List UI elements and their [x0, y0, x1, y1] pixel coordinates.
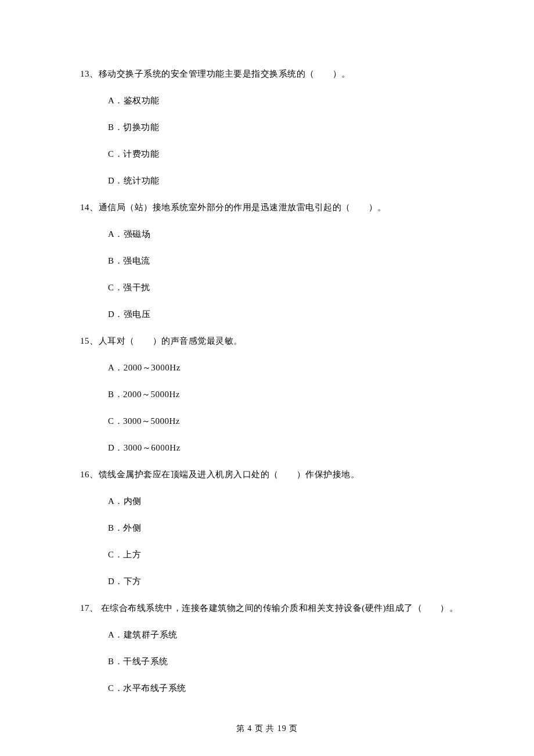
option-b: B．干线子系统	[108, 654, 459, 668]
question-16: 16、馈线金属护套应在顶端及进入机房入口处的（ ）作保护接地。 A．内侧 B．外…	[80, 467, 459, 588]
question-prompt: 16、馈线金属护套应在顶端及进入机房入口处的（ ）作保护接地。	[80, 467, 459, 481]
options-list: A．建筑群子系统 B．干线子系统 C．水平布线子系统	[80, 628, 459, 695]
document-page: 13、移动交换子系统的安全管理功能主要是指交换系统的（ ）。 A．鉴权功能 B．…	[0, 0, 534, 756]
option-a: A．2000～3000Hz	[108, 361, 459, 375]
option-d: D．下方	[108, 574, 459, 588]
question-number: 13	[80, 69, 89, 78]
options-list: A．强磁场 B．强电流 C．强干扰 D．强电压	[80, 227, 459, 321]
question-text: 在综合布线系统中，连接各建筑物之间的传输介质和相关支持设备(硬件)组成了（ ）。	[99, 603, 459, 613]
option-d: D．3000～6000Hz	[108, 441, 459, 455]
question-14: 14、通信局（站）接地系统室外部分的作用是迅速泄放雷电引起的（ ）。 A．强磁场…	[80, 200, 459, 321]
option-b: B．强电流	[108, 254, 459, 268]
question-prompt: 15、人耳对（ ）的声音感觉最灵敏。	[80, 334, 459, 348]
question-text: 移动交换子系统的安全管理功能主要是指交换系统的（ ）。	[99, 69, 351, 78]
question-number: 14	[80, 203, 89, 212]
question-text: 馈线金属护套应在顶端及进入机房入口处的（ ）作保护接地。	[99, 470, 360, 479]
option-c: C．计费功能	[108, 147, 459, 161]
option-a: A．强磁场	[108, 227, 459, 241]
options-list: A．内侧 B．外侧 C．上方 D．下方	[80, 494, 459, 588]
page-footer: 第 4 页 共 19 页	[0, 723, 534, 734]
question-13: 13、移动交换子系统的安全管理功能主要是指交换系统的（ ）。 A．鉴权功能 B．…	[80, 67, 459, 188]
question-prompt: 13、移动交换子系统的安全管理功能主要是指交换系统的（ ）。	[80, 67, 459, 81]
option-a: A．鉴权功能	[108, 93, 459, 107]
question-number: 17	[80, 603, 89, 613]
question-prompt: 17、 在综合布线系统中，连接各建筑物之间的传输介质和相关支持设备(硬件)组成了…	[80, 601, 459, 615]
option-b: B．切换功能	[108, 120, 459, 134]
option-c: C．3000～5000Hz	[108, 414, 459, 428]
question-text: 通信局（站）接地系统室外部分的作用是迅速泄放雷电引起的（ ）。	[99, 203, 387, 212]
option-a: A．内侧	[108, 494, 459, 508]
option-a: A．建筑群子系统	[108, 628, 459, 642]
option-b: B．外侧	[108, 521, 459, 535]
option-b: B．2000～5000Hz	[108, 387, 459, 401]
question-number: 15	[80, 336, 89, 345]
options-list: A．鉴权功能 B．切换功能 C．计费功能 D．统计功能	[80, 93, 459, 188]
option-d: D．统计功能	[108, 174, 459, 188]
options-list: A．2000～3000Hz B．2000～5000Hz C．3000～5000H…	[80, 361, 459, 455]
question-15: 15、人耳对（ ）的声音感觉最灵敏。 A．2000～3000Hz B．2000～…	[80, 334, 459, 455]
option-d: D．强电压	[108, 307, 459, 321]
option-c: C．强干扰	[108, 280, 459, 294]
option-c: C．上方	[108, 548, 459, 561]
question-17: 17、 在综合布线系统中，连接各建筑物之间的传输介质和相关支持设备(硬件)组成了…	[80, 601, 459, 695]
option-c: C．水平布线子系统	[108, 681, 459, 695]
question-number: 16	[80, 470, 89, 479]
question-text: 人耳对（ ）的声音感觉最灵敏。	[99, 336, 243, 345]
question-prompt: 14、通信局（站）接地系统室外部分的作用是迅速泄放雷电引起的（ ）。	[80, 200, 459, 214]
